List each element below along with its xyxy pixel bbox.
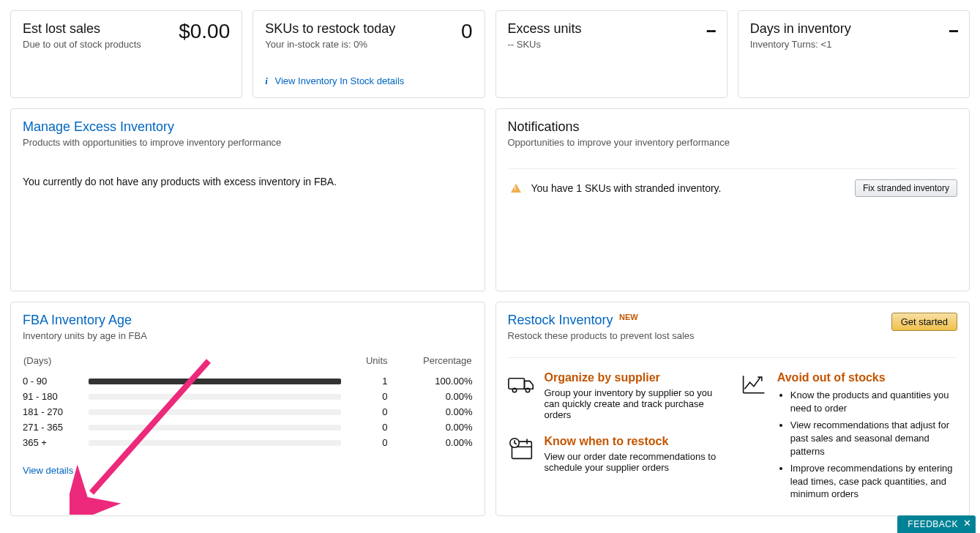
table-row: 271 - 36500.00% bbox=[23, 420, 473, 435]
age-pct: 0.00% bbox=[400, 420, 473, 435]
line-chart-icon bbox=[741, 371, 767, 504]
age-range: 0 - 90 bbox=[23, 373, 89, 389]
list-item: Improve recommendations by entering lead… bbox=[790, 462, 957, 501]
know-when-head: Know when to restock bbox=[545, 435, 725, 448]
age-col-units: Units bbox=[341, 354, 400, 373]
warning-icon bbox=[511, 184, 521, 193]
notifications-title: Notifications bbox=[508, 119, 958, 135]
card-skus-restock-today: SKUs to restock today Your in-stock rate… bbox=[253, 10, 485, 98]
table-row: 91 - 18000.00% bbox=[23, 389, 473, 404]
age-units: 0 bbox=[341, 404, 400, 420]
lost-sales-title: Est lost sales bbox=[23, 21, 141, 37]
list-item: Know the products and quantities you nee… bbox=[790, 389, 957, 414]
card-fba-inventory-age: FBA Inventory Age Inventory units by age… bbox=[10, 302, 485, 516]
age-bar-cell bbox=[89, 404, 341, 420]
notification-alert-text: You have 1 SKUs with stranded inventory. bbox=[531, 182, 848, 194]
card-days-in-inventory: Days in inventory Inventory Turns: <1 -- bbox=[738, 10, 970, 98]
organize-body: Group your inventory by supplier so you … bbox=[545, 387, 725, 420]
age-range: 181 - 270 bbox=[23, 404, 89, 420]
close-icon[interactable]: ✕ bbox=[963, 518, 972, 526]
age-pct: 0.00% bbox=[400, 435, 473, 450]
restock-sub: Restock these products to prevent lost s… bbox=[508, 330, 695, 341]
avoid-head: Avoid out of stocks bbox=[777, 371, 957, 384]
age-col-pct: Percentage bbox=[400, 354, 473, 373]
age-units: 1 bbox=[341, 373, 400, 389]
age-pct: 0.00% bbox=[400, 404, 473, 420]
age-bar-cell bbox=[89, 389, 341, 404]
notifications-sub: Opportunities to improve your inventory … bbox=[508, 137, 958, 148]
table-row: 181 - 27000.00% bbox=[23, 404, 473, 420]
age-range: 91 - 180 bbox=[23, 389, 89, 404]
age-units: 0 bbox=[341, 389, 400, 404]
fix-stranded-inventory-button[interactable]: Fix stranded inventory bbox=[855, 179, 957, 197]
svg-rect-1 bbox=[508, 379, 524, 389]
age-pct: 0.00% bbox=[400, 389, 473, 404]
card-manage-excess-inventory: Manage Excess Inventory Products with op… bbox=[10, 108, 485, 291]
card-est-lost-sales: Est lost sales Due to out of stock produ… bbox=[10, 10, 242, 98]
fba-age-table: (Days) Units Percentage 0 - 901100.00%91… bbox=[23, 354, 473, 450]
feedback-label: FEEDBACK bbox=[908, 519, 958, 526]
manage-excess-body: You currently do not have any products w… bbox=[23, 176, 473, 187]
restock-today-sub: Your in-stock rate is: 0% bbox=[265, 39, 395, 50]
lost-sales-value: $0.00 bbox=[179, 21, 230, 42]
truck-icon bbox=[508, 371, 534, 420]
age-range: 365 + bbox=[23, 435, 89, 450]
info-icon: i bbox=[265, 75, 268, 86]
calendar-clock-icon bbox=[508, 435, 534, 473]
manage-excess-sub: Products with opportunities to improve i… bbox=[23, 137, 473, 148]
excess-units-sub: -- SKUs bbox=[508, 39, 582, 50]
excess-units-value: -- bbox=[706, 21, 715, 39]
age-bar-cell bbox=[89, 373, 341, 389]
view-details-link[interactable]: View details bbox=[23, 465, 73, 476]
age-pct: 100.00% bbox=[400, 373, 473, 389]
restock-today-title: SKUs to restock today bbox=[265, 21, 395, 37]
age-col-days: (Days) bbox=[23, 354, 89, 373]
table-row: 0 - 901100.00% bbox=[23, 373, 473, 389]
excess-units-title: Excess units bbox=[508, 21, 582, 37]
fba-age-title-link[interactable]: FBA Inventory Age bbox=[23, 313, 473, 328]
lost-sales-sub: Due to out of stock products bbox=[23, 39, 141, 50]
new-badge: NEW bbox=[619, 313, 638, 321]
list-item: View recommendations that adjust for pas… bbox=[790, 419, 957, 458]
restock-title-link[interactable]: Restock Inventory bbox=[508, 313, 613, 327]
age-bar-cell bbox=[89, 420, 341, 435]
view-in-stock-details-link[interactable]: View Inventory In Stock details bbox=[275, 75, 405, 86]
feedback-tab[interactable]: FEEDBACK ✕ bbox=[897, 515, 976, 526]
svg-point-3 bbox=[525, 389, 529, 392]
card-restock-inventory: Restock Inventory NEW Restock these prod… bbox=[495, 302, 970, 516]
table-row: 365 +00.00% bbox=[23, 435, 473, 450]
svg-point-2 bbox=[512, 389, 516, 392]
get-started-button[interactable]: Get started bbox=[891, 313, 957, 331]
card-notifications: Notifications Opportunities to improve y… bbox=[495, 108, 970, 291]
restock-today-value: 0 bbox=[461, 21, 473, 42]
age-units: 0 bbox=[341, 435, 400, 450]
age-units: 0 bbox=[341, 420, 400, 435]
days-inventory-sub: Inventory Turns: <1 bbox=[750, 39, 851, 50]
age-bar-cell bbox=[89, 435, 341, 450]
organize-head: Organize by supplier bbox=[545, 371, 725, 384]
card-excess-units: Excess units -- SKUs -- bbox=[495, 10, 727, 98]
fba-age-sub: Inventory units by age in FBA bbox=[23, 330, 473, 341]
manage-excess-title-link[interactable]: Manage Excess Inventory bbox=[23, 119, 473, 135]
days-inventory-value: -- bbox=[949, 21, 957, 39]
age-range: 271 - 365 bbox=[23, 420, 89, 435]
know-when-body: View our order date recommendations to s… bbox=[545, 451, 725, 473]
avoid-bullets-list: Know the products and quantities you nee… bbox=[777, 389, 957, 500]
days-inventory-title: Days in inventory bbox=[750, 21, 851, 37]
